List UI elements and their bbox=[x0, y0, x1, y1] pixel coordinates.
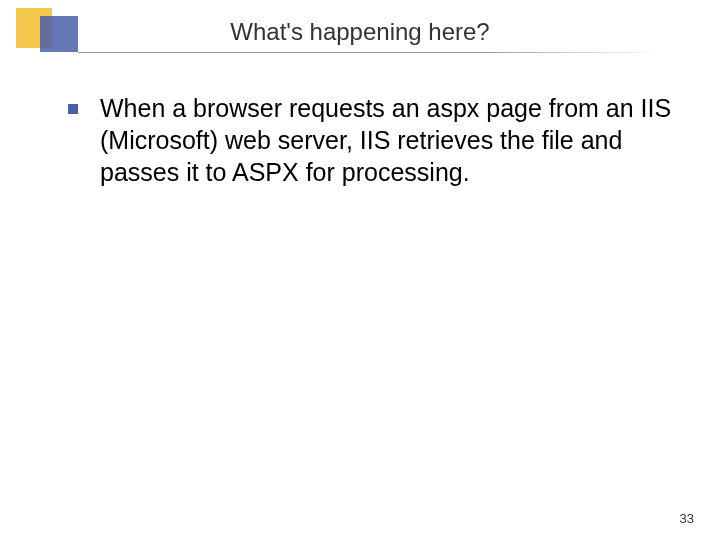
bullet-item: When a browser requests an aspx page fro… bbox=[68, 92, 690, 188]
title-underline bbox=[78, 52, 658, 53]
title-container: What's happening here? bbox=[0, 18, 720, 46]
bullet-text: When a browser requests an aspx page fro… bbox=[100, 92, 690, 188]
content-area: When a browser requests an aspx page fro… bbox=[68, 92, 690, 188]
slide-title: What's happening here? bbox=[0, 18, 720, 46]
page-number: 33 bbox=[680, 511, 694, 526]
square-bullet-icon bbox=[68, 104, 78, 114]
